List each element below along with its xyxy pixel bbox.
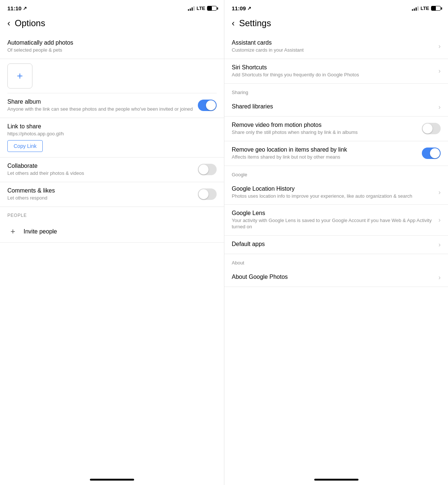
copy-link-button[interactable]: Copy Link [7, 140, 43, 152]
left-panel: 11:10 ↗ LTE ‹ Options Automatically add … [0, 0, 224, 485]
bar4r [417, 6, 419, 11]
lte-label-right: LTE [420, 6, 429, 11]
default-apps-row[interactable]: Default apps › [224, 236, 448, 254]
options-title: Options [15, 18, 45, 28]
remove-geo-row: Remove geo location in items shared by l… [224, 141, 448, 166]
google-lens-content: Google Lens Your activity with Google Le… [232, 210, 434, 230]
siri-shortcuts-row[interactable]: Siri Shortcuts Add Shortcuts for things … [224, 59, 448, 84]
shared-libraries-row[interactable]: Shared libraries › [224, 98, 448, 117]
link-section: Link to share https://photos.app.goo.gl/… [0, 118, 224, 157]
remove-geo-toggle-container [422, 148, 441, 159]
battery-fill-left [207, 6, 212, 10]
battery-right [431, 6, 441, 11]
location-icon-right: ↗ [247, 6, 251, 11]
settings-title: Settings [239, 18, 271, 28]
collaborate-content: Collaborate Let others add their photos … [7, 163, 193, 177]
lte-label-left: LTE [196, 6, 205, 11]
remove-geo-title: Remove geo location in items shared by l… [232, 146, 417, 153]
options-header: ‹ Options [0, 15, 224, 34]
shared-libraries-chevron-container: › [438, 103, 441, 111]
status-bar-right: 11:09 ↗ LTE [224, 0, 448, 15]
status-icons-right: LTE [412, 6, 441, 11]
comments-knob [199, 189, 209, 199]
options-content: Automatically add photos Of selected peo… [0, 34, 224, 243]
remove-video-knob [423, 124, 433, 134]
google-lens-chevron-icon: › [438, 216, 441, 224]
bar3r [416, 7, 417, 11]
status-bar-left: 11:10 ↗ LTE [0, 0, 224, 15]
auto-add-content: Automatically add photos Of selected peo… [7, 39, 217, 53]
home-indicator-right [314, 479, 358, 481]
bar3 [192, 7, 193, 11]
remove-geo-knob [430, 148, 440, 158]
remove-geo-subtitle: Affects items shared by link but not by … [232, 154, 417, 160]
assistant-cards-chevron-icon: › [438, 42, 441, 50]
share-album-knob [206, 100, 216, 110]
siri-shortcuts-title: Siri Shortcuts [232, 64, 434, 71]
google-location-row[interactable]: Google Location History Photos uses loca… [224, 180, 448, 205]
share-album-toggle[interactable] [198, 100, 217, 111]
comments-toggle[interactable] [198, 188, 217, 200]
link-url: https://photos.app.goo.gl/h [7, 131, 217, 136]
collaborate-toggle[interactable] [198, 164, 217, 175]
bar2r [414, 8, 415, 11]
invite-row[interactable]: + Invite people [0, 221, 224, 243]
invite-plus-icon: + [7, 227, 18, 236]
google-lens-row[interactable]: Google Lens Your activity with Google Le… [224, 205, 448, 236]
remove-video-row: Remove video from motion photos Share on… [224, 117, 448, 141]
google-lens-title: Google Lens [232, 210, 434, 216]
about-google-photos-content: About Google Photos [232, 274, 434, 281]
share-album-toggle-container [198, 100, 217, 111]
assistant-cards-row[interactable]: Assistant cards Customize cards in your … [224, 34, 448, 59]
battery-fill-right [431, 6, 436, 10]
google-section-label: Google [224, 166, 448, 180]
time-right: 11:09 [232, 5, 246, 11]
back-button-left[interactable]: ‹ [7, 18, 10, 28]
about-google-photos-row[interactable]: About Google Photos › [224, 269, 448, 287]
remove-video-toggle-container [422, 123, 441, 134]
siri-shortcuts-chevron-container: › [438, 67, 441, 75]
add-person-button[interactable]: + [7, 63, 32, 89]
share-album-title: Share album [7, 98, 193, 105]
home-indicator-left [90, 479, 134, 481]
about-google-photos-chevron-container: › [438, 274, 441, 281]
bar4 [193, 6, 195, 11]
google-location-title: Google Location History [232, 186, 434, 192]
status-icons-left: LTE [188, 6, 217, 11]
collaborate-title: Collaborate [7, 163, 193, 169]
about-google-photos-title: About Google Photos [232, 274, 434, 280]
comments-content: Comments & likes Let others respond [7, 187, 193, 201]
back-button-right[interactable]: ‹ [232, 18, 235, 28]
comments-title: Comments & likes [7, 187, 193, 194]
plus-icon: + [17, 70, 23, 82]
bar2 [190, 8, 191, 11]
auto-add-title: Automatically add photos [7, 39, 217, 46]
shared-libraries-title: Shared libraries [232, 103, 434, 110]
shared-libraries-content: Shared libraries [232, 103, 434, 111]
collaborate-row: Collaborate Let others add their photos … [0, 157, 224, 182]
signal-right [412, 6, 419, 11]
about-google-photos-chevron-icon: › [438, 274, 441, 281]
invite-label: Invite people [24, 228, 57, 235]
status-time-right: 11:09 ↗ [232, 5, 251, 11]
bar1r [412, 9, 413, 11]
link-title: Link to share [7, 123, 217, 130]
google-location-subtitle: Photos uses location info to improve you… [232, 193, 434, 200]
bar1 [188, 9, 189, 11]
share-album-row: Share album Anyone with the link can see… [0, 93, 224, 118]
google-location-content: Google Location History Photos uses loca… [232, 186, 434, 200]
comments-row: Comments & likes Let others respond [0, 182, 224, 207]
settings-content: Assistant cards Customize cards in your … [224, 34, 448, 287]
siri-shortcuts-content: Siri Shortcuts Add Shortcuts for things … [232, 64, 434, 78]
comments-toggle-container [198, 188, 217, 200]
location-icon-left: ↗ [23, 6, 27, 11]
share-album-subtitle: Anyone with the link can see these photo… [7, 106, 193, 112]
remove-geo-toggle[interactable] [422, 148, 441, 159]
default-apps-chevron-icon: › [438, 241, 441, 248]
remove-video-toggle[interactable] [422, 123, 441, 134]
remove-geo-content: Remove geo location in items shared by l… [232, 146, 417, 160]
google-location-chevron-icon: › [438, 188, 441, 196]
battery-left [207, 6, 217, 11]
sharing-section-label: Sharing [224, 84, 448, 98]
assistant-cards-content: Assistant cards Customize cards in your … [232, 39, 434, 53]
